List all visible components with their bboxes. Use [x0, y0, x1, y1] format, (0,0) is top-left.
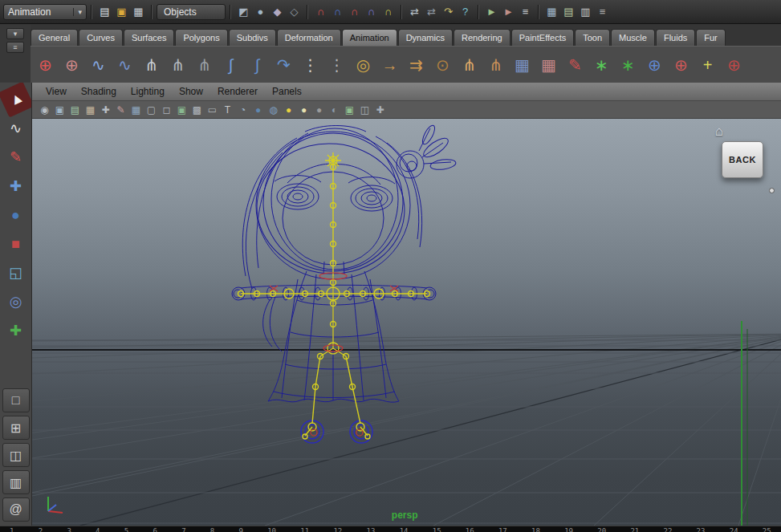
select-by-object-icon[interactable]: ●: [252, 3, 269, 20]
shelf-tab-curves[interactable]: Curves: [79, 29, 123, 46]
select-by-component-icon[interactable]: ◆: [269, 3, 286, 20]
snap-to-point-icon[interactable]: ∩: [346, 3, 363, 20]
shelf-tabs-menu-icon[interactable]: ▾: [6, 28, 24, 39]
soft-modification-tool[interactable]: ◎: [2, 288, 30, 315]
safe-title-icon[interactable]: T: [220, 103, 235, 117]
render-current-frame-icon[interactable]: ►: [483, 3, 500, 20]
camera-attributes-icon[interactable]: ▣: [52, 103, 67, 117]
selection-mask-dropdown[interactable]: Objects: [157, 4, 226, 20]
time-slider-strip[interactable]: 1234567891011121314151617181920212223242…: [0, 526, 781, 532]
aim-constraint-icon[interactable]: ⇉: [403, 50, 429, 80]
shelf-menu-icon[interactable]: ≡: [6, 42, 24, 53]
rotate-tool[interactable]: ●: [2, 201, 30, 229]
all-lights-icon[interactable]: ●: [281, 103, 296, 117]
bookmarks-icon[interactable]: ▤: [67, 103, 83, 117]
safe-action-icon[interactable]: ▭: [205, 103, 220, 117]
panel-menu-shading[interactable]: Shading: [74, 86, 124, 97]
layout-hypergraph[interactable]: @: [2, 497, 30, 522]
isolate-select-icon[interactable]: ▣: [342, 103, 357, 117]
back-button[interactable]: BACK: [722, 141, 763, 178]
rig-control-icon[interactable]: ⊕: [721, 50, 747, 80]
paint-skin-weights-icon[interactable]: ✎: [562, 50, 588, 80]
anim-snapshot-icon[interactable]: ∿: [112, 50, 138, 80]
select-camera-icon[interactable]: ◉: [37, 103, 52, 117]
pole-vector-icon[interactable]: ⊕: [668, 50, 694, 80]
shelf-tab-fluids[interactable]: Fluids: [656, 29, 695, 46]
xray-icon[interactable]: ◫: [357, 103, 372, 117]
layout-single-pane[interactable]: □: [2, 388, 30, 412]
snap-to-curve-icon[interactable]: ∩: [329, 3, 346, 20]
select-by-hierarchy-icon[interactable]: ◩: [235, 3, 252, 20]
joint-tool-icon[interactable]: ∫: [218, 50, 244, 80]
image-plane-icon[interactable]: ▦: [83, 103, 98, 117]
viewport-canvas[interactable]: ⌂ BACK persp: [32, 119, 781, 526]
universal-manipulator-tool[interactable]: ◱: [2, 259, 30, 286]
panel-menu-panels[interactable]: Panels: [265, 86, 309, 97]
tool-settings-icon[interactable]: ≡: [594, 3, 611, 20]
grease-pencil-icon[interactable]: ✎: [113, 103, 128, 117]
lasso-tool[interactable]: ∿: [2, 115, 30, 142]
hypershade-panel-icon[interactable]: ▦: [543, 3, 560, 20]
field-chart-icon[interactable]: ▩: [189, 103, 205, 117]
new-scene-icon[interactable]: ▤: [96, 3, 113, 20]
2d-pan-zoom-icon[interactable]: ✚: [98, 103, 113, 117]
shelf-tab-dynamics[interactable]: Dynamics: [398, 29, 453, 46]
textured-mode-icon[interactable]: ◍: [266, 103, 281, 117]
selection-lock-icon[interactable]: ◇: [286, 3, 303, 20]
render-settings-icon[interactable]: ≡: [517, 3, 534, 20]
save-scene-icon[interactable]: ▦: [130, 3, 147, 20]
pin-joint-icon[interactable]: +: [694, 50, 721, 80]
motion-trail-icon[interactable]: ∗: [588, 50, 615, 80]
character-set-icon[interactable]: ⋔: [456, 50, 482, 80]
shelf-tab-muscle[interactable]: Muscle: [611, 29, 655, 46]
shelf-tab-deformation[interactable]: Deformation: [277, 29, 341, 46]
shelf-tab-polygons[interactable]: Polygons: [175, 29, 227, 46]
scale-tool[interactable]: ■: [2, 230, 30, 258]
panel-menu-renderer[interactable]: Renderer: [210, 86, 265, 97]
shelf-tab-painteffects[interactable]: PaintEffects: [511, 29, 575, 46]
grid-toggle-icon[interactable]: ▦: [128, 103, 144, 117]
move-tool[interactable]: ✚: [2, 173, 30, 200]
anim-clip-icon[interactable]: ▦: [509, 50, 535, 80]
menu-set-dropdown[interactable]: Animation ▾: [3, 4, 87, 20]
orient-constraint-icon[interactable]: ⊙: [429, 50, 456, 80]
select-tool[interactable]: ►: [0, 83, 32, 118]
shelf-tab-surfaces[interactable]: Surfaces: [124, 29, 174, 46]
snap-to-grid-icon[interactable]: ∩: [312, 3, 329, 20]
ik-handle-icon[interactable]: ∫: [244, 50, 271, 80]
shelf-tab-subdivs[interactable]: Subdivs: [229, 29, 276, 46]
layout-persp-outliner[interactable]: ◫: [2, 443, 30, 467]
hotspot-dot[interactable]: [769, 188, 775, 193]
shelf-tab-general[interactable]: General: [31, 29, 78, 46]
shelf-tab-rendering[interactable]: Rendering: [454, 29, 510, 46]
show-manipulator-tool[interactable]: ✚: [2, 317, 30, 344]
set-breakdown-icon[interactable]: ⊕: [59, 50, 85, 80]
resolution-gate-icon[interactable]: ◻: [159, 103, 174, 117]
help-icon[interactable]: ?: [457, 3, 474, 20]
hypergraph-panel-icon[interactable]: ▤: [560, 3, 577, 20]
ipr-render-icon[interactable]: ►: [500, 3, 517, 20]
locator-icon[interactable]: ◎: [350, 50, 376, 80]
default-light-icon[interactable]: ●: [296, 103, 311, 117]
shelf-tab-toon[interactable]: Toon: [575, 29, 610, 46]
shadows-icon[interactable]: ◐: [327, 103, 342, 117]
walk-cycle-icon[interactable]: ⋔: [191, 50, 218, 80]
skeleton-icon[interactable]: ⋔: [138, 50, 165, 80]
layout-persp-graph[interactable]: ▥: [2, 470, 30, 494]
cluster-icon[interactable]: ⋮: [297, 50, 323, 80]
no-lights-icon[interactable]: ●: [311, 103, 327, 117]
panel-menu-lighting[interactable]: Lighting: [124, 86, 172, 97]
ik-fk-blend-icon[interactable]: ⊕: [641, 50, 668, 80]
construction-history-icon[interactable]: ↷: [440, 3, 457, 20]
pose-icon[interactable]: ⋔: [165, 50, 191, 80]
panel-menu-view[interactable]: View: [39, 86, 74, 97]
shelf-tab-animation[interactable]: Animation: [342, 29, 397, 46]
attribute-editor-icon[interactable]: ▥: [577, 3, 594, 20]
output-connections-icon[interactable]: ⇄: [423, 3, 440, 20]
home-icon[interactable]: ⌂: [715, 124, 723, 140]
anim-curve-icon[interactable]: ∿: [85, 50, 112, 80]
snap-to-view-icon[interactable]: ∩: [380, 3, 397, 20]
wireframe-mode-icon[interactable]: ◔: [235, 103, 250, 117]
open-scene-icon[interactable]: ▣: [113, 3, 130, 20]
anim-clip-2-icon[interactable]: ▦: [535, 50, 562, 80]
